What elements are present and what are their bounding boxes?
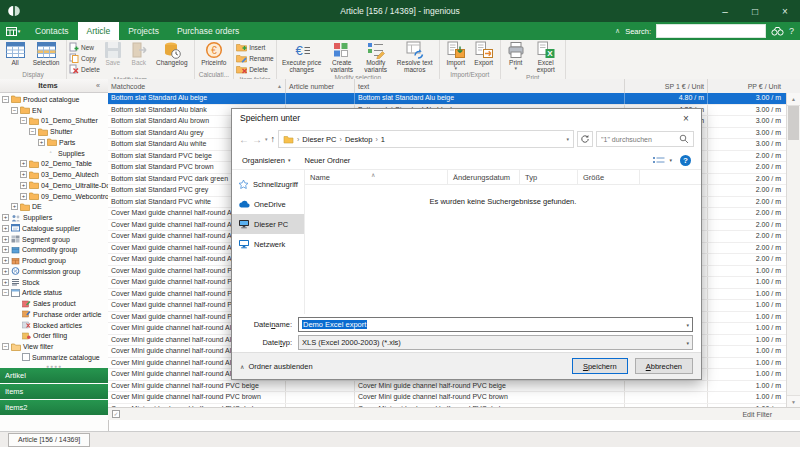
tree-item[interactable]: Shutter: [0, 126, 108, 137]
ribbon-button[interactable]: Selection ▾: [28, 40, 64, 66]
tree-expander-icon[interactable]: [20, 171, 27, 178]
table-row[interactable]: Cover Mini guide channel half-round PVC …: [108, 392, 787, 404]
dialog-search-input[interactable]: "1" durchsuchen: [596, 131, 694, 147]
hide-folders-button[interactable]: ∧ Ordner ausblenden: [240, 362, 313, 371]
ribbon-button[interactable]: € Priceinfo ▾: [197, 40, 231, 66]
cancel-button[interactable]: Abbrechen: [635, 358, 693, 374]
column-header-matchcode[interactable]: Matchcode ▲: [108, 79, 286, 93]
breadcrumb[interactable]: › Dieser PC › Desktop › 1 ▾: [278, 130, 574, 148]
application-menu-button[interactable]: ▾: [0, 22, 26, 40]
ribbon-button[interactable]: € Execute price changes ▾: [279, 40, 325, 73]
tree-item[interactable]: Article status: [0, 288, 108, 299]
ribbon-button[interactable]: Save ▾: [100, 40, 126, 66]
tree-item[interactable]: Commodity group: [0, 245, 108, 256]
scroll-up-icon[interactable]: ▲: [787, 93, 800, 106]
nav-back-icon[interactable]: ←: [239, 134, 249, 145]
tree-item[interactable]: Product catalogue: [0, 94, 108, 105]
ribbon-small-button[interactable]: New: [69, 42, 100, 53]
column-header-pp[interactable]: PP € / Unit: [708, 79, 784, 93]
tree-expander-icon[interactable]: [2, 96, 9, 103]
chevron-down-icon[interactable]: ▾: [686, 322, 689, 328]
ribbon-button[interactable]: Modify variants ▾: [359, 40, 393, 73]
ribbon-small-button[interactable]: Delete: [236, 64, 274, 75]
tree-item[interactable]: Parts: [0, 137, 108, 148]
tree-expander-icon[interactable]: [2, 268, 9, 275]
sidebar-location-item[interactable]: OneDrive: [232, 194, 304, 214]
tree-expander-icon[interactable]: [11, 107, 18, 114]
help-icon[interactable]: ?: [789, 26, 794, 36]
view-selector-icon[interactable]: ▾: [652, 155, 672, 165]
tree-expander-icon[interactable]: [29, 128, 36, 135]
tree-item[interactable]: Catalogue supplier: [0, 223, 108, 234]
tree-item[interactable]: 09_Demo_Webcontrols: [0, 191, 108, 202]
nav-history-icon[interactable]: ▾: [265, 136, 268, 142]
ribbon-tab[interactable]: Article: [78, 22, 120, 40]
panel-switcher-bar[interactable]: Artikel: [0, 368, 108, 383]
ribbon-tab[interactable]: Contacts: [26, 22, 78, 40]
file-column-header[interactable]: Typ: [520, 170, 578, 184]
column-header-sp[interactable]: SP 1 € / Unit: [625, 79, 708, 93]
refresh-icon[interactable]: [577, 131, 593, 147]
sidebar-location-item[interactable]: Dieser PC: [232, 214, 304, 234]
ribbon-button[interactable]: Back ▾: [126, 40, 152, 66]
tree-expander-icon[interactable]: [2, 279, 9, 286]
filename-input[interactable]: Demo Excel export ▾: [298, 317, 693, 332]
minimize-button[interactable]: –: [710, 0, 740, 22]
sidebar-location-item[interactable]: Netzwerk: [232, 234, 304, 254]
tree-item[interactable]: 01_Demo_Shutter: [0, 116, 108, 127]
table-row[interactable]: Bottom slat Standard Alu beige Bottom sl…: [108, 93, 787, 105]
tree-expander-icon[interactable]: [2, 289, 9, 296]
breadcrumb-item[interactable]: 1: [381, 135, 385, 144]
table-row[interactable]: Cover Mini guide channel half-round PVC …: [108, 381, 787, 393]
column-header-text[interactable]: text: [355, 79, 625, 93]
save-button[interactable]: Speichern: [572, 358, 628, 374]
ribbon-button[interactable]: Create variants ▾: [325, 40, 359, 73]
tree-item[interactable]: Supplies: [0, 148, 108, 159]
tree-item[interactable]: Suppliers: [0, 212, 108, 223]
tree-expander-icon[interactable]: [2, 246, 9, 253]
tree-expander-icon[interactable]: [20, 160, 27, 167]
file-column-header[interactable]: Änderungsdatum: [448, 170, 520, 184]
ribbon-tab[interactable]: Purchase orders: [168, 22, 248, 40]
tree-item[interactable]: Product group: [0, 255, 108, 266]
tree-item[interactable]: Purchase order article: [0, 309, 108, 320]
tree-item[interactable]: Summarize catalogue: [0, 352, 108, 363]
nav-up-icon[interactable]: ↑: [271, 134, 276, 144]
file-column-header[interactable]: Name: [305, 170, 448, 184]
tree-item[interactable]: Order filing: [0, 331, 108, 342]
tree-expander-icon[interactable]: [38, 139, 45, 146]
ribbon-small-button[interactable]: Copy: [69, 53, 100, 64]
ribbon-tab[interactable]: Projects: [119, 22, 168, 40]
new-folder-button[interactable]: Neuer Ordner: [304, 156, 350, 165]
maximize-button[interactable]: □: [740, 0, 770, 22]
ribbon-button[interactable]: Resolve text macros ▾: [393, 40, 437, 73]
panel-switcher-bar[interactable]: Items2: [0, 400, 108, 415]
panel-switcher-bar[interactable]: Items: [0, 384, 108, 399]
ribbon-button[interactable]: X Excel export ▾: [529, 40, 563, 73]
ribbon-button[interactable]: Export ▾: [470, 40, 498, 66]
tree-expander-icon[interactable]: [47, 150, 54, 157]
filetype-select[interactable]: XLS (Excel 2000-2003) (*.xls) ▾: [298, 335, 693, 350]
ribbon-small-button[interactable]: Delete: [69, 64, 100, 75]
tree-item[interactable]: Blocked articles: [0, 320, 108, 331]
tree-item[interactable]: Sales product: [0, 298, 108, 309]
ribbon-button[interactable]: Print ▾: [503, 40, 529, 70]
ribbon-button[interactable]: Changelog ▾: [152, 40, 192, 66]
close-button[interactable]: ×: [770, 0, 800, 22]
ribbon-small-button[interactable]: Rename: [236, 53, 274, 64]
collapse-panel-icon[interactable]: «: [96, 82, 108, 89]
tree-expander-icon[interactable]: [20, 182, 27, 189]
tree-expander-icon[interactable]: [20, 193, 27, 200]
tree-item[interactable]: DE: [0, 202, 108, 213]
nav-forward-icon[interactable]: →: [252, 134, 262, 145]
dialog-close-icon[interactable]: ×: [671, 109, 701, 127]
file-column-header[interactable]: Größe: [578, 170, 640, 184]
vertical-scrollbar[interactable]: ▲ ▼: [786, 93, 800, 408]
tree-item[interactable]: Segment group: [0, 234, 108, 245]
scrollbar-thumb[interactable]: [788, 106, 799, 140]
tree-item[interactable]: EN: [0, 105, 108, 116]
ribbon-button[interactable]: Import ▾: [442, 40, 470, 70]
column-header-article-number[interactable]: Article number: [286, 79, 355, 93]
sidebar-location-item[interactable]: Schnellzugriff: [232, 174, 304, 194]
breadcrumb-item[interactable]: Desktop: [345, 135, 373, 144]
